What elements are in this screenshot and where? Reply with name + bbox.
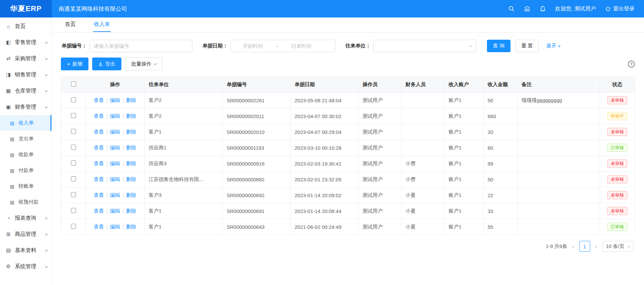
delete-link[interactable]: 删除 (126, 145, 136, 150)
view-link[interactable]: 查看 (94, 176, 104, 182)
sidebar-subitem-collection[interactable]: ▤收款单 (0, 147, 51, 163)
cell-operator: 测试用户 (358, 93, 402, 108)
page-size-select[interactable]: 10 条/页 ∨ (602, 241, 634, 252)
delete-link[interactable]: 删除 (126, 176, 136, 182)
sidebar-item-basic[interactable]: ▤基本资料∨ (0, 242, 51, 258)
view-link[interactable]: 查看 (94, 97, 104, 103)
sidebar-item-purchase[interactable]: ⇄采购管理∨ (0, 50, 51, 67)
edit-link[interactable]: 编辑 (110, 113, 120, 119)
select-all-checkbox[interactable] (71, 81, 76, 86)
sidebar-item-warehouse[interactable]: ▦仓库管理∨ (0, 83, 51, 99)
view-link[interactable]: 查看 (94, 129, 104, 135)
sidebar-subitem-prepayment[interactable]: ▤收预付款 (0, 194, 51, 210)
view-link[interactable]: 查看 (94, 224, 104, 229)
edit-link[interactable]: 编辑 (110, 97, 120, 103)
row-checkbox[interactable] (71, 129, 76, 134)
date-filter-label: 单据日期： (202, 43, 228, 49)
row-checkbox[interactable] (71, 192, 76, 197)
chevron-down-icon: ∨ (558, 44, 561, 48)
sidebar-item-system[interactable]: ⚙系统管理∨ (0, 258, 51, 275)
sidebar-subitem-label: 收入单 (18, 120, 34, 126)
bell-icon[interactable] (540, 6, 546, 12)
row-checkbox[interactable] (71, 113, 76, 118)
cell-unit: 江苏德鲁生物科技有限... (145, 172, 223, 187)
add-button[interactable]: + 新增 (61, 58, 88, 70)
bank-icon[interactable] (524, 6, 530, 12)
chevron-down-icon: ∨ (44, 249, 48, 252)
tab-home[interactable]: 首页 (64, 17, 76, 32)
logout-button[interactable]: 退出登录 (605, 5, 635, 12)
cell-checkbox (61, 93, 86, 108)
edit-link[interactable]: 编辑 (110, 224, 120, 229)
sidebar-item-report[interactable]: ◔报表查询∨ (0, 210, 51, 226)
cell-operator: 测试用户 (358, 156, 402, 172)
delete-link[interactable]: 删除 (126, 129, 136, 135)
row-checkbox[interactable] (71, 224, 76, 229)
date-end-input[interactable] (281, 43, 321, 49)
edit-link[interactable]: 编辑 (110, 145, 120, 150)
delete-link[interactable]: 删除 (126, 161, 136, 166)
date-start-input[interactable] (233, 43, 273, 49)
edit-link[interactable]: 编辑 (110, 176, 120, 182)
view-link[interactable]: 查看 (94, 208, 104, 214)
app-logo[interactable]: 华夏ERP (0, 0, 52, 17)
cell-amount: 50 (484, 93, 518, 108)
cell-operations: 查看|编辑|删除 (86, 108, 145, 124)
number-filter-input[interactable] (89, 40, 192, 52)
delete-link[interactable]: 删除 (126, 97, 136, 103)
sidebar-item-sales[interactable]: ◨销售管理∨ (0, 67, 51, 83)
op-divider: | (106, 97, 108, 103)
delete-link[interactable]: 删除 (126, 192, 136, 198)
sidebar-subitem-transfer[interactable]: ▤转账单 (0, 178, 51, 194)
edit-link[interactable]: 编辑 (110, 208, 120, 214)
sidebar-item-retail[interactable]: ◧零售管理∨ (0, 34, 51, 50)
next-page-button[interactable]: › (595, 243, 598, 250)
op-divider: | (122, 224, 124, 229)
search-button[interactable]: 查 询 (487, 40, 510, 52)
cell-operations: 查看|编辑|删除 (86, 203, 145, 219)
sidebar-subitem-payment[interactable]: ▤付款单 (0, 163, 51, 178)
tab-income[interactable]: 收入单 (93, 17, 111, 32)
page-1-button[interactable]: 1 (579, 241, 590, 252)
row-checkbox[interactable] (71, 176, 76, 181)
op-divider: | (122, 208, 124, 214)
welcome-text[interactable]: 欢迎您, 测试用户 (555, 5, 596, 12)
row-checkbox[interactable] (71, 208, 76, 213)
cell-remark (518, 140, 600, 156)
row-checkbox[interactable] (71, 97, 76, 102)
row-checkbox[interactable] (71, 145, 76, 150)
cell-finance: 小夏 (402, 203, 445, 219)
view-link[interactable]: 查看 (94, 145, 104, 150)
view-link[interactable]: 查看 (94, 113, 104, 119)
delete-link[interactable]: 删除 (126, 224, 136, 229)
prev-page-button[interactable]: ‹ (572, 243, 575, 250)
delete-link[interactable]: 删除 (126, 208, 136, 214)
row-checkbox[interactable] (71, 161, 76, 166)
doc-icon: ▤ (9, 120, 15, 126)
edit-link[interactable]: 编辑 (110, 129, 120, 135)
export-button[interactable]: 导出 (92, 58, 121, 70)
sidebar-item-finance[interactable]: ▣财务管理∧ (0, 99, 51, 115)
batch-operations-button[interactable]: 批量操作 ∨ (125, 58, 162, 70)
cell-operations: 查看|编辑|删除 (86, 93, 145, 108)
view-link[interactable]: 查看 (94, 161, 104, 166)
view-link[interactable]: 查看 (94, 192, 104, 198)
sidebar-subitem-income[interactable]: ▤收入单 (0, 115, 51, 131)
warehouse-icon: ▦ (5, 88, 11, 94)
top-header: 华夏ERP 南通某某网络科技有限公司 欢迎您, 测试用户 退出登录 (0, 0, 644, 17)
delete-link[interactable]: 删除 (126, 113, 136, 119)
edit-link[interactable]: 编辑 (110, 161, 120, 166)
sidebar-item-home[interactable]: ⌂首页 (0, 18, 51, 34)
edit-link[interactable]: 编辑 (110, 192, 120, 198)
search-icon[interactable] (508, 6, 515, 12)
sidebar-item-goods[interactable]: ⊞商品管理∨ (0, 226, 51, 242)
help-icon[interactable]: ? (628, 61, 635, 68)
cell-status: 未审核 (600, 156, 635, 172)
unit-filter-select[interactable]: ∨ (373, 40, 476, 52)
expand-toggle[interactable]: 展开 ∨ (546, 43, 560, 49)
cell-amount: 99 (484, 156, 518, 172)
date-range-picker[interactable]: ~ (230, 40, 335, 52)
sidebar-subitem-expense[interactable]: ▤支出单 (0, 131, 51, 147)
cell-date: 2023-04-07 00:29:04 (291, 124, 358, 140)
reset-button[interactable]: 重 置 (515, 40, 539, 52)
